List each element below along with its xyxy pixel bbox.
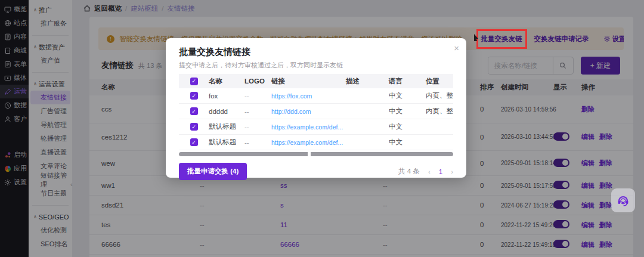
cell-logo: -- xyxy=(244,139,271,146)
next-page-icon[interactable]: › xyxy=(451,168,453,175)
cell-link[interactable]: https://example.com/def... xyxy=(271,123,346,131)
cell-lang: 中文 xyxy=(389,138,426,147)
close-icon[interactable]: × xyxy=(454,43,459,53)
cell-lang: 中文 xyxy=(389,91,426,100)
pagination-total: 共 4 条 xyxy=(398,167,420,176)
cell-lang: 中文 xyxy=(389,122,426,131)
modal-table-row: ✓ fox -- https://fox.com 中文 内页、整站底部 xyxy=(179,88,453,104)
batch-apply-button[interactable]: 批量申请交换 (4) xyxy=(179,163,247,180)
modal-column-header: 名称 xyxy=(209,77,244,86)
batch-exchange-modal: × 批量交换友情链接 提交申请之后，待对方审核通过之后，双方同时显示友链 ✓名称… xyxy=(166,38,466,178)
modal-table-row: ✓ ddddd -- http://ddd.com 中文 内页、整站底部 xyxy=(179,104,453,119)
cell-name: 默认标题 xyxy=(209,138,244,147)
row-checkbox[interactable]: ✓ xyxy=(190,123,198,131)
cell-logo: -- xyxy=(244,123,271,131)
cell-logo: -- xyxy=(244,92,271,100)
modal-footer: 批量申请交换 (4) 共 4 条 ‹ 1 › xyxy=(179,163,453,180)
select-all-checkbox-cell: ✓ xyxy=(179,78,209,85)
cell-name: 默认标题 xyxy=(209,122,244,131)
row-checkbox[interactable]: ✓ xyxy=(190,92,198,100)
modal-column-header: 位置 xyxy=(426,77,453,86)
pagination: 共 4 条 ‹ 1 › xyxy=(398,167,453,176)
modal-table-row: ✓ 默认标题 -- https://example.com/def... 中文 xyxy=(179,119,453,135)
modal-column-header: 链接 xyxy=(271,77,346,86)
cell-position: 内页、整站底部 xyxy=(426,107,453,116)
prev-page-icon[interactable]: ‹ xyxy=(428,168,431,175)
modal-table-header: ✓名称LOGO链接描述语言位置 xyxy=(179,74,453,88)
modal-table-row: ✓ 默认标题 -- https://example.com/def... 中文 xyxy=(179,135,453,150)
modal-title: 批量交换友情链接 xyxy=(179,47,453,58)
support-widget[interactable] xyxy=(611,188,635,212)
row-checkbox[interactable]: ✓ xyxy=(190,138,198,146)
cell-lang: 中文 xyxy=(389,107,426,116)
cell-position: 内页、整站底部 xyxy=(426,91,453,100)
cell-link[interactable]: https://example.com/def... xyxy=(271,139,346,146)
modal-column-header: 语言 xyxy=(389,77,426,86)
modal-table: ✓名称LOGO链接描述语言位置 ✓ fox -- https://fox.com… xyxy=(179,74,453,150)
row-checkbox[interactable]: ✓ xyxy=(190,107,198,115)
cell-name: fox xyxy=(209,92,244,100)
horizontal-scrollbar[interactable] xyxy=(179,152,453,156)
modal-subtitle: 提交申请之后，待对方审核通过之后，双方同时显示友链 xyxy=(179,61,453,70)
cell-name: ddddd xyxy=(209,108,244,115)
cell-link[interactable]: https://fox.com xyxy=(271,92,346,100)
cell-link[interactable]: http://ddd.com xyxy=(271,108,346,115)
modal-column-header: LOGO xyxy=(244,78,271,85)
cell-logo: -- xyxy=(244,108,271,115)
headset-icon xyxy=(616,193,630,208)
page-number[interactable]: 1 xyxy=(439,168,442,175)
modal-column-header: 描述 xyxy=(346,77,389,86)
select-all-checkbox[interactable]: ✓ xyxy=(190,78,198,85)
